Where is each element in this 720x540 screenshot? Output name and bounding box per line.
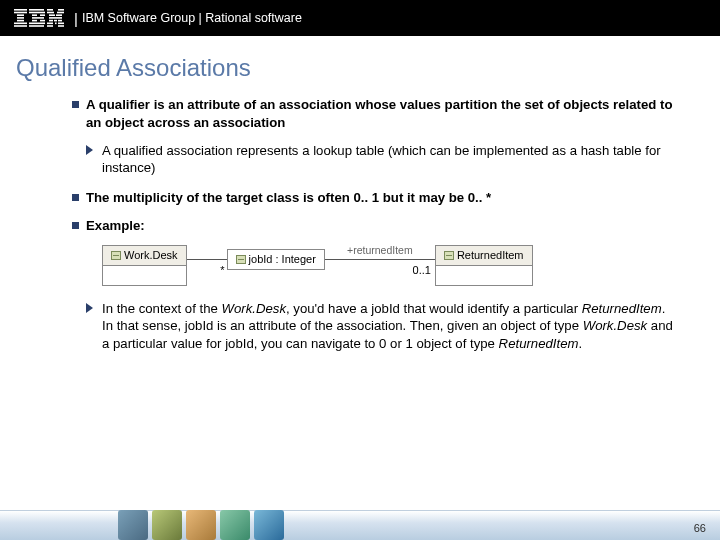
footer-bar: 66 [0, 510, 720, 540]
footer-badge-icon [152, 510, 182, 540]
footer-badge-icon [186, 510, 216, 540]
svg-rect-21 [56, 14, 62, 16]
svg-rect-3 [17, 17, 24, 19]
svg-rect-11 [32, 17, 44, 19]
bullet-definition: A qualifier is an attribute of an associ… [72, 96, 676, 132]
uml-class-returneditem: ReturnedItem [435, 245, 533, 286]
subbullet-lookup: A qualified association represents a loo… [72, 142, 676, 178]
header-text: IBM Software Group | Rational software [82, 11, 302, 25]
uml-class-name: Work.Desk [124, 249, 178, 261]
page-number: 66 [694, 522, 706, 534]
svg-rect-26 [47, 23, 53, 25]
uml-connector-left: * [187, 245, 227, 260]
svg-rect-14 [29, 23, 45, 25]
svg-rect-1 [14, 12, 27, 14]
svg-rect-12 [32, 20, 37, 22]
svg-rect-30 [58, 25, 64, 27]
uml-connector-right: +returnedItem 0..1 [325, 245, 435, 260]
svg-rect-16 [47, 9, 53, 11]
subbullet-explanation: In the context of the Work.Desk, you'd h… [72, 300, 676, 353]
svg-rect-28 [58, 23, 64, 25]
svg-rect-6 [14, 25, 27, 27]
uml-qualifier-box: jobId : Integer [227, 249, 325, 270]
bullet-example: Example: [72, 217, 676, 235]
svg-rect-29 [47, 25, 53, 27]
svg-rect-15 [29, 25, 44, 27]
slide-content: A qualifier is an attribute of an associ… [0, 96, 720, 353]
header-bar: | IBM Software Group | Rational software [0, 0, 720, 36]
svg-rect-17 [58, 9, 64, 11]
svg-rect-13 [40, 20, 45, 22]
svg-rect-22 [49, 17, 62, 19]
footer-badge-icon [220, 510, 250, 540]
uml-multiplicity-01: 0..1 [413, 263, 431, 278]
class-icon [236, 255, 246, 264]
footer-badge-icon [118, 510, 148, 540]
svg-rect-9 [32, 14, 37, 16]
svg-rect-20 [49, 14, 55, 16]
svg-rect-0 [14, 9, 27, 11]
svg-rect-18 [47, 12, 54, 14]
ibm-logo [14, 9, 64, 27]
svg-rect-27 [55, 23, 57, 25]
svg-rect-10 [40, 14, 45, 16]
header-separator: | [74, 10, 78, 27]
svg-rect-8 [29, 12, 45, 14]
uml-class-name: ReturnedItem [457, 249, 524, 261]
svg-rect-24 [54, 20, 57, 22]
svg-rect-4 [17, 20, 24, 22]
class-icon [111, 251, 121, 260]
footer-badges [118, 510, 288, 540]
svg-rect-23 [49, 20, 53, 22]
svg-rect-2 [17, 14, 24, 16]
uml-assoc-name: +returnedItem [347, 243, 413, 257]
bullet-multiplicity: The multiplicity of the target class is … [72, 189, 676, 207]
uml-qualifier-text: jobId : Integer [249, 253, 316, 265]
page-title: Qualified Associations [0, 36, 720, 96]
svg-rect-19 [57, 12, 64, 14]
uml-multiplicity-star: * [220, 263, 224, 278]
uml-class-workdesk: Work.Desk [102, 245, 187, 286]
uml-diagram: Work.Desk * jobId : Integer +returnedIte… [102, 245, 676, 286]
svg-rect-25 [58, 20, 62, 22]
svg-rect-5 [14, 23, 27, 25]
class-icon [444, 251, 454, 260]
svg-rect-7 [29, 9, 44, 11]
footer-badge-icon [254, 510, 284, 540]
